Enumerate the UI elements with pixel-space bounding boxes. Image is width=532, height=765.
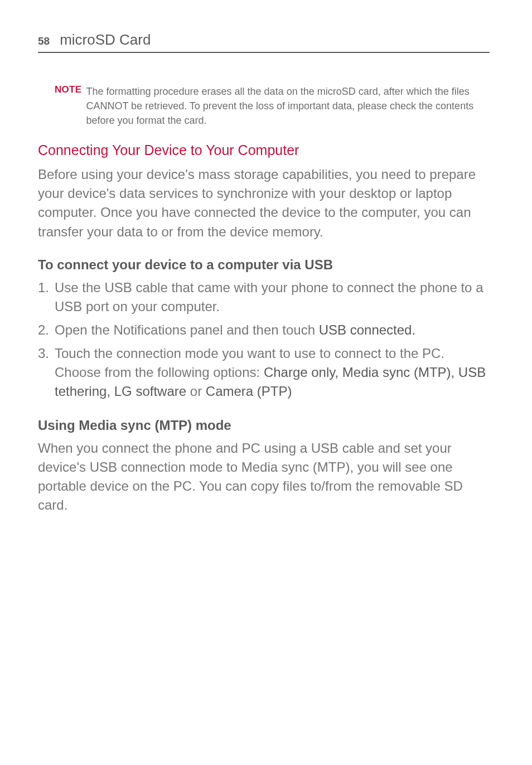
page-number: 58 — [38, 35, 50, 47]
text-fragment: Open the Notifications panel and then to… — [55, 322, 319, 337]
list-item-text: Use the USB cable that came with your ph… — [55, 278, 490, 316]
list-item-text: Open the Notifications panel and then to… — [55, 321, 490, 340]
note-text: The formatting procedure erases all the … — [86, 84, 490, 128]
page-title: microSD Card — [60, 31, 151, 49]
section1-paragraph: Before using your device's mass storage … — [38, 165, 490, 241]
list-number: 2. — [38, 321, 55, 340]
subheading-connect-usb: To connect your device to a computer via… — [38, 257, 490, 273]
list-item-text: Touch the connection mode you want to us… — [55, 344, 490, 401]
list-item: 2. Open the Notifications panel and then… — [38, 321, 490, 340]
usb-steps-list: 1. Use the USB cable that came with your… — [38, 278, 490, 401]
ui-term-camera-ptp: Camera (PTP) — [206, 384, 292, 399]
list-item: 3. Touch the connection mode you want to… — [38, 344, 490, 401]
list-number: 1. — [38, 278, 55, 316]
list-number: 3. — [38, 344, 55, 401]
list-item: 1. Use the USB cable that came with your… — [38, 278, 490, 316]
subheading-media-sync: Using Media sync (MTP) mode — [38, 418, 490, 433]
section-heading-connecting: Connecting Your Device to Your Computer — [38, 142, 490, 158]
ui-term-usb-connected: USB connected. — [319, 322, 415, 337]
text-fragment: or — [186, 384, 206, 399]
page-header: 58 microSD Card — [38, 31, 490, 53]
note-block: NOTE The formatting procedure erases all… — [38, 84, 490, 128]
section3-paragraph: When you connect the phone and PC using … — [38, 439, 490, 515]
note-label: NOTE — [55, 84, 81, 128]
